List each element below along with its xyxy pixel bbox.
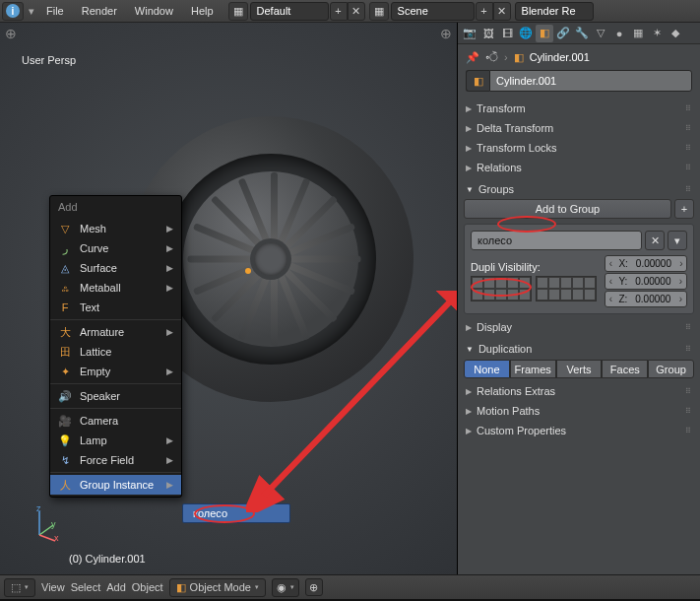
panel-grip-icon[interactable]: ⠿ <box>685 345 692 354</box>
vp-menu-view[interactable]: View <box>41 581 65 593</box>
tab-particles[interactable]: ✶ <box>648 25 666 42</box>
tab-object[interactable]: ◧ <box>536 25 553 42</box>
scene-remove[interactable]: ✕ <box>493 2 511 21</box>
group-offset-z[interactable]: ‹Z:0.00000› <box>605 291 687 307</box>
panel-title: Relations Extras <box>477 385 555 397</box>
info-editor-icon[interactable]: i <box>2 2 24 21</box>
add-menu-speaker[interactable]: 🔊Speaker <box>50 386 181 406</box>
dup-group[interactable]: Group <box>648 360 694 378</box>
tab-render[interactable]: 📷 <box>461 25 478 42</box>
menu-window[interactable]: Window <box>126 2 182 21</box>
menu-item-label: Camera <box>80 415 118 427</box>
remove-from-group-button[interactable]: ✕ <box>645 231 665 250</box>
3d-viewport[interactable]: ⊕ ⊕ User Persp Add ▽Mesh▶رCurve▶◬Surface… <box>0 23 458 574</box>
vp-menu-add[interactable]: Add <box>106 581 126 593</box>
menu-render[interactable]: Render <box>73 2 126 21</box>
screen-layout-field[interactable]: Default <box>250 2 329 21</box>
render-engine-dropdown[interactable]: Blender Re <box>515 2 594 21</box>
layout-remove[interactable]: ✕ <box>348 2 365 21</box>
pivot-button[interactable]: ⊕ <box>305 578 323 596</box>
dup-verts[interactable]: Verts <box>556 360 603 378</box>
scene-field[interactable]: Scene <box>391 2 475 21</box>
groups-panel-header[interactable]: ▼ Groups ⠿ <box>464 180 694 198</box>
add-menu-empty[interactable]: ✦Empty▶ <box>50 362 181 381</box>
panel-grip-icon[interactable]: ⠿ <box>685 144 692 153</box>
panel-grip-icon[interactable]: ⠿ <box>685 387 692 396</box>
active-object-label: (0) Cylinder.001 <box>69 553 146 565</box>
add-group-plus-button[interactable]: + <box>674 199 694 219</box>
disclosure-right-icon: ▶ <box>466 427 472 435</box>
screen-layout-browse[interactable]: ▦ <box>228 2 248 21</box>
add-menu-group-instance[interactable]: 人Group Instance▶ <box>50 475 181 495</box>
panel-header-custom-properties[interactable]: ▶Custom Properties⠿ <box>464 422 694 439</box>
add-to-group-button[interactable]: Add to Group <box>464 199 671 219</box>
add-menu-camera[interactable]: 🎥Camera <box>50 411 181 431</box>
tab-physics[interactable]: ◆ <box>667 25 684 42</box>
viewport-corner-tr[interactable]: ⊕ <box>440 26 452 41</box>
viewport-mini-axes: z y x <box>20 505 59 545</box>
dup-frames[interactable]: Frames <box>510 360 556 378</box>
tab-data[interactable]: ▽ <box>592 25 609 42</box>
layout-add[interactable]: + <box>330 2 348 21</box>
panel-header-transform[interactable]: ▶Transform⠿ <box>464 100 694 117</box>
tab-modifiers[interactable]: 🔧 <box>573 25 591 42</box>
object-name-field[interactable]: ◧ <box>466 70 692 92</box>
add-menu-mesh[interactable]: ▽Mesh▶ <box>50 219 181 238</box>
vp-menu-select[interactable]: Select <box>71 581 101 593</box>
add-menu-text[interactable]: FText <box>50 298 181 317</box>
display-panel-header[interactable]: ▶ Display ⠿ <box>464 318 694 336</box>
tab-render-layers[interactable]: 🖼 <box>479 25 497 42</box>
panel-grip-icon[interactable]: ⠿ <box>685 427 692 435</box>
mode-selector[interactable]: ◧Object Mode▾ <box>169 578 266 597</box>
panel-grip-icon[interactable]: ⠿ <box>685 104 692 113</box>
panel-grip-icon[interactable]: ⠿ <box>685 164 692 172</box>
scene-add[interactable]: + <box>476 2 493 21</box>
panel-header-relations-extras[interactable]: ▶Relations Extras⠿ <box>464 382 694 400</box>
tab-material[interactable]: ● <box>610 25 628 42</box>
dup-none[interactable]: None <box>464 360 510 378</box>
group-offset-x[interactable]: ‹X:0.00000› <box>605 255 687 272</box>
viewport-corner-tl[interactable]: ⊕ <box>5 26 17 41</box>
add-menu-armature[interactable]: 大Armature▶ <box>50 322 181 342</box>
group-name-input[interactable] <box>471 231 642 250</box>
add-menu-lattice[interactable]: 田Lattice <box>50 342 181 362</box>
duplication-panel-header[interactable]: ▼ Duplication ⠿ <box>464 340 694 358</box>
add-menu-surface[interactable]: ◬Surface▶ <box>50 258 181 278</box>
panel-header-motion-paths[interactable]: ▶Motion Paths⠿ <box>464 402 694 420</box>
layer-grid-2[interactable] <box>536 276 597 301</box>
editor-type-dropdown-arrow[interactable]: ▾ <box>26 5 37 18</box>
menu-item-icon: F <box>58 301 72 313</box>
dup-faces[interactable]: Faces <box>602 360 648 378</box>
panel-header-transform-locks[interactable]: ▶Transform Locks⠿ <box>464 139 694 157</box>
tab-world[interactable]: 🌐 <box>517 25 535 42</box>
panel-header-relations[interactable]: ▶Relations⠿ <box>464 159 694 176</box>
tab-scene[interactable]: 🎞 <box>498 25 516 42</box>
group-specials-button[interactable]: ▾ <box>668 231 687 250</box>
vp-menu-object[interactable]: Object <box>132 581 163 593</box>
object-name-input[interactable] <box>489 70 692 92</box>
scene-browse[interactable]: ▦ <box>369 2 389 21</box>
panel-grip-icon[interactable]: ⠿ <box>685 185 692 194</box>
submenu-arrow-icon: ▶ <box>166 480 173 490</box>
disclosure-down-icon: ▼ <box>466 185 474 194</box>
panel-grip-icon[interactable]: ⠿ <box>685 323 692 332</box>
add-menu-curve[interactable]: رCurve▶ <box>50 238 181 258</box>
add-menu-lamp[interactable]: 💡Lamp▶ <box>50 431 181 450</box>
panel-header-delta-transform[interactable]: ▶Delta Transform⠿ <box>464 119 694 137</box>
add-menu-force-field[interactable]: ↯Force Field▶ <box>50 450 181 470</box>
svg-line-2 <box>39 535 55 541</box>
tab-texture[interactable]: ▦ <box>629 25 647 42</box>
svg-line-4 <box>264 295 457 496</box>
editor-type-selector[interactable]: ⬚▾ <box>4 578 35 597</box>
add-menu-metaball[interactable]: ஃMetaball▶ <box>50 278 181 298</box>
viewport-shading[interactable]: ◉▾ <box>272 578 299 597</box>
pin-icon[interactable]: 📌 <box>466 51 479 64</box>
panel-grip-icon[interactable]: ⠿ <box>685 407 692 416</box>
menu-item-label: Surface <box>80 262 117 274</box>
group-offset-y[interactable]: ‹Y:0.00000› <box>605 273 687 290</box>
menu-help[interactable]: Help <box>182 2 223 21</box>
menu-file[interactable]: File <box>37 2 73 21</box>
tab-constraints[interactable]: 🔗 <box>554 25 572 42</box>
panel-grip-icon[interactable]: ⠿ <box>685 124 692 133</box>
menu-item-icon: ر <box>58 242 72 255</box>
